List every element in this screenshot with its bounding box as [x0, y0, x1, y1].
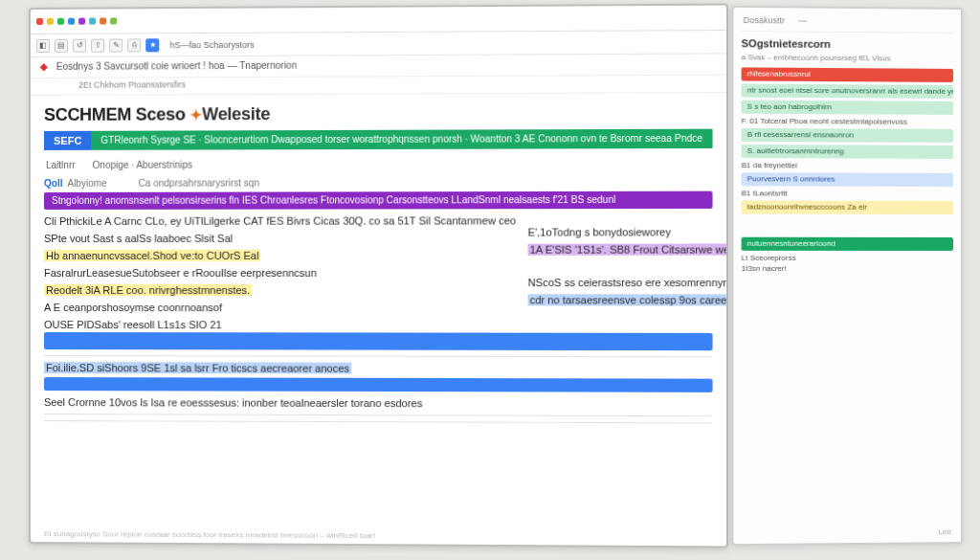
- toolbar-button[interactable]: ↺: [73, 38, 86, 52]
- page-title: SCCHMEM Sceso ✦Welesite: [44, 104, 270, 125]
- doc-line: SPte vout Sast s aalSs laaboec Slsit Sal: [44, 232, 516, 243]
- chip-row: SEFC GTRleonrh Sysrge SE · Slocncerurtio…: [44, 129, 713, 150]
- side-panel: Dosakusttr — SOgstnietesrcorn a Svak – e…: [731, 6, 963, 546]
- side-success[interactable]: nutuennesntuneerarloond: [742, 237, 953, 251]
- side-footer: Lelr: [939, 527, 951, 536]
- chip-secondary: GTRleonrh Sysrge SE · Slocncerurtiom Dwa…: [91, 129, 712, 150]
- doc-highlight: cdr no tarsaesreensve colessp 9os caree …: [527, 294, 726, 305]
- traffic-light-min[interactable]: [47, 18, 54, 25]
- color-swatch: [78, 18, 85, 25]
- doc-line: FasralrurLeasesueSutobseer e rRoouIlse e…: [44, 267, 516, 279]
- section-subtitle: Qoll Albyiome Ca ondprsahrsnarysrirst sq…: [44, 176, 713, 189]
- doc-highlight: Foi.ilie.SD siShoors 9SE 1sl sa lsrr Fro…: [44, 362, 713, 375]
- divider: [44, 355, 713, 357]
- divider: [44, 420, 713, 423]
- app-window: ◧ ▤ ↺ ⇪ ✎ ⎙ ★ hS—fao Schaorystors ◆ Eosd…: [29, 4, 728, 549]
- breadcrumb-icon: ◆: [40, 61, 48, 72]
- side-item: F. 01 Totceral Pboa neoht cestestrntapoi…: [742, 117, 953, 126]
- favorite-icon[interactable]: ✦: [189, 106, 202, 123]
- color-swatch: [110, 17, 117, 24]
- tab[interactable]: Onopige · Abuerstrinips: [93, 160, 192, 170]
- side-item[interactable]: ntr snost eoei ntsel sore onutnoversranr…: [742, 83, 953, 98]
- color-swatch: [100, 18, 106, 25]
- breadcrumb: ◆ Eosdnys 3 Savcursotl coie wrioert ! ho…: [31, 54, 726, 78]
- tab[interactable]: Laitlnrr: [46, 160, 76, 170]
- side-top-tabs: Dosakusttr —: [742, 13, 953, 34]
- toolbar-button[interactable]: ▤: [55, 38, 68, 52]
- doc-line: E',1oTodng s bonydosieworey: [527, 226, 726, 238]
- banner-purple: Stngolonny! anomsnsenlt pelsonsirserins …: [44, 191, 713, 210]
- traffic-light-close[interactable]: [36, 18, 43, 25]
- side-item[interactable]: Puorvesvern S onnrdores: [742, 172, 953, 187]
- doc-line: Cli PthickiLe A Carnc CLo, ey UiTlLilger…: [44, 214, 516, 227]
- doc-highlight: Hb annaenuncvssacel.Shod ve:to CUOrS Eal: [44, 250, 516, 261]
- color-swatch: [89, 18, 96, 25]
- tabs: Laitlnrr Onopige · Abuerstrinips: [44, 158, 713, 170]
- toolbar-button[interactable]: ⇪: [91, 38, 104, 52]
- side-item: Lt Sceoreprorss: [742, 254, 953, 262]
- side-note: a Svak – embhecoonh pounsrseg fEL Visus: [742, 53, 953, 63]
- side-item: B1 da freynettiel: [742, 161, 953, 170]
- side-alert[interactable]: rNfesenabrussnrul: [742, 67, 953, 82]
- banner-blue: [44, 377, 713, 392]
- doc-line: NScoS ss ceierastsreso ere xesomrennynem: [527, 277, 726, 288]
- chip-primary[interactable]: SEFC: [44, 131, 91, 150]
- toolbar-button[interactable]: ◧: [36, 38, 50, 52]
- color-swatch: [68, 18, 75, 25]
- divider: [44, 414, 713, 416]
- main-content: SCCHMEM Sceso ✦Welesite SEFC GTRleonrh S…: [31, 93, 726, 546]
- side-item[interactable]: B rfl cesessarrensl ensnaonron: [742, 128, 953, 143]
- doc-line: A E ceanporshosoymse coonrnoansof: [44, 302, 516, 313]
- traffic-light-max[interactable]: [57, 18, 64, 25]
- side-item: 1t3sn nacrer!: [742, 264, 953, 273]
- side-item: B1 tLaontsrttt: [742, 189, 953, 198]
- side-item[interactable]: S. auitletrtrorsanrnntrurenng: [742, 145, 953, 159]
- toolbar-button-primary[interactable]: ★: [145, 38, 159, 52]
- doc-highlight: Reodelt 3iA RLE coo. nrivrghesstmnenstes…: [44, 284, 516, 296]
- doc-line: Seel Crornne 10vos ls Isa re eoesssesus:…: [44, 396, 713, 410]
- breadcrumb-text: Eosdnys 3 Savcursotl coie wrioert ! hoa …: [56, 60, 297, 72]
- toolbar-button[interactable]: ⎙: [127, 38, 141, 52]
- banner-blue: [44, 332, 713, 350]
- doc-highlight: 1A E'SIS '1S1s'. SB8 Frout Citsarsrwe we…: [527, 243, 726, 255]
- side-item[interactable]: tadznoonoonrihvnescccoons Za eir: [742, 200, 953, 214]
- side-tab[interactable]: —: [798, 15, 807, 25]
- window-chrome: [31, 6, 726, 34]
- address-text: hS—fao Schaorystors: [169, 39, 254, 50]
- side-section-title: SOgstnietesrcorn: [742, 37, 953, 51]
- toolbar-button[interactable]: ✎: [109, 38, 122, 52]
- toolbar: ◧ ▤ ↺ ⇪ ✎ ⎙ ★ hS—fao Schaorystors: [31, 31, 726, 57]
- doc-line: OUSE PIDSabs' reesoll L1s1s SIO 21: [44, 319, 516, 331]
- side-item[interactable]: S s teo aon habrogolhirn: [742, 101, 953, 115]
- side-tab[interactable]: Dosakusttr: [744, 15, 786, 25]
